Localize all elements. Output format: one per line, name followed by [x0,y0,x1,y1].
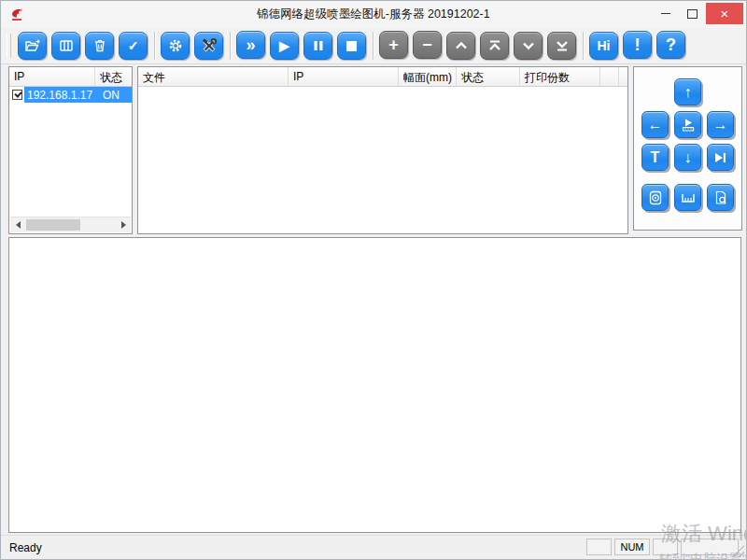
printer-row-selection[interactable]: 192.168.1.17 ON [24,87,132,103]
toolbar-separator [230,32,231,60]
column-header-file[interactable]: 文件 [138,67,289,86]
print-test-button[interactable] [674,111,701,138]
scroll-left-button[interactable] [10,217,25,232]
title-bar[interactable]: 锦德网络超级喷墨绘图机-服务器 20191202-1 × [1,1,746,29]
column-header-ip[interactable]: IP [289,67,399,86]
open-folder-icon [24,38,40,53]
jog-left-button[interactable]: ← [641,111,669,138]
column-view-button[interactable] [51,32,80,60]
column-header-width[interactable]: 幅面(mm) [399,67,457,86]
preview-canvas [8,237,741,533]
add-button[interactable]: + [379,31,408,59]
printer-ip: 192.168.1.17 [24,89,95,102]
printer-status: ON [95,89,120,102]
minimize-icon [661,13,670,14]
preview-button[interactable] [707,184,734,211]
send-to-print-button[interactable]: » [236,31,265,59]
toolbar-gripper [7,34,11,58]
column-header-status[interactable]: 状态 [457,67,520,86]
status-bar: Ready NUM [1,535,746,560]
column-header-empty [600,67,619,86]
settings-button[interactable] [161,32,190,60]
open-file-button[interactable] [18,32,47,60]
delete-button[interactable] [85,32,114,60]
printer-list-panel: IP 状态 192.168.1.17 ON [8,66,133,234]
status-message: Ready [9,541,42,554]
hammer-wrench-icon [201,37,218,54]
chevron-top-icon [487,38,502,53]
hi-button[interactable]: Hi [589,32,618,60]
chevron-bottom-icon [555,38,570,53]
toolbar-separator [373,32,374,60]
app-window: 锦德网络超级喷墨绘图机-服务器 20191202-1 × [0,0,747,560]
tools-button[interactable] [194,32,223,60]
ruler-icon [681,191,696,204]
jog-down-button[interactable]: ↓ [674,144,701,171]
nozzle-icon [648,190,663,205]
trash-icon [92,38,107,53]
move-to-end-button[interactable] [707,144,734,171]
move-up-button[interactable] [446,32,475,60]
stop-icon [346,41,357,51]
column-header-copies[interactable]: 打印份数 [520,67,600,86]
move-bottom-button[interactable] [547,32,576,60]
columns-icon [59,38,74,53]
horizontal-scrollbar[interactable] [10,217,131,232]
toolbar-separator [154,32,155,60]
jog-control-panel: ↑ ← → T ↓ [633,66,742,231]
scrollbar-thumb[interactable] [26,219,80,231]
jog-grid: ↑ ← → T ↓ [634,67,741,203]
scroll-left-icon [16,221,21,229]
status-pane-scrl [653,539,678,555]
pause-button[interactable] [303,32,332,60]
column-header-status[interactable]: 状态 [95,67,132,86]
move-down-button[interactable] [514,32,543,60]
scrollbar-track[interactable] [25,217,116,232]
pause-icon [313,40,324,51]
help-button[interactable]: ? [656,31,685,59]
jog-right-button[interactable]: → [707,111,734,138]
play-ruler-icon [681,118,696,133]
job-list-header: 文件 IP 幅面(mm) 状态 打印份数 [138,67,627,87]
minimize-button[interactable] [652,3,679,24]
scroll-right-button[interactable] [116,217,131,232]
printer-list-header: IP 状态 [9,67,132,87]
gear-icon [168,38,183,53]
move-top-button[interactable] [480,32,509,60]
chevron-down-icon [521,38,536,53]
measure-button[interactable] [674,184,701,211]
job-list-body [138,87,627,234]
maximize-icon [687,9,698,19]
stop-button[interactable] [337,32,366,60]
scroll-right-icon [121,221,126,229]
printer-row[interactable]: 192.168.1.17 ON [9,87,132,103]
job-list-panel: 文件 IP 幅面(mm) 状态 打印份数 [137,66,628,234]
close-button[interactable]: × [706,3,743,24]
remove-button[interactable]: − [413,31,442,59]
start-button[interactable]: ▶ [270,32,299,60]
window-title: 锦德网络超级喷墨绘图机-服务器 20191202-1 [1,1,746,28]
maximize-button[interactable] [679,3,706,24]
status-pane-cap [586,539,612,555]
set-origin-button[interactable]: T [641,144,669,171]
nozzle-check-button[interactable] [641,184,669,211]
printer-checkbox-checked[interactable] [12,90,22,100]
toolbar-separator [583,32,584,60]
status-pane-extra [681,539,739,555]
chevron-up-icon [454,38,469,53]
main-toolbar: ✓ » ▶ [1,28,746,64]
alert-button[interactable]: ! [623,31,652,59]
skip-to-end-icon [713,151,727,164]
preview-document-icon [713,190,728,205]
caption-buttons: × [652,3,743,24]
confirm-button[interactable]: ✓ [119,32,148,60]
column-header-ip[interactable]: IP [9,67,95,86]
column-header-filler [619,67,627,86]
status-pane-num: NUM [614,539,650,555]
jog-up-button[interactable]: ↑ [674,78,701,105]
app-logo-icon [8,6,25,23]
